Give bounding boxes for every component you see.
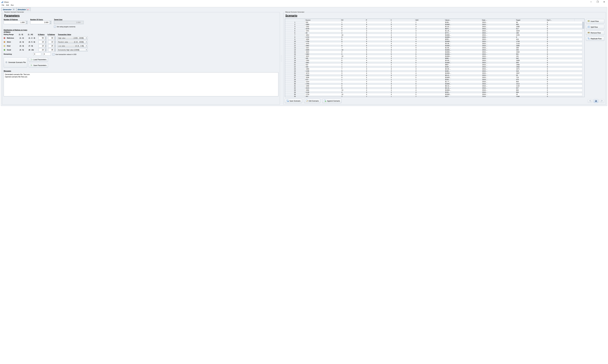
column-header[interactable]: C bbox=[390, 19, 415, 21]
cell-value[interactable]: $1000.... bbox=[444, 45, 481, 47]
spinner-down[interactable]: ▼ bbox=[45, 46, 46, 47]
cell-shc[interactable]: 3 bbox=[415, 91, 444, 93]
cell-target[interactable]: 293 bbox=[515, 49, 546, 51]
table-row[interactable]: 3215158343$3.10....2016:...9270 bbox=[285, 87, 584, 89]
cell-value[interactable]: $1000.... bbox=[444, 24, 481, 26]
cell-target[interactable]: 1132 bbox=[515, 85, 546, 87]
cell-source[interactable]: 1969 bbox=[305, 24, 340, 26]
cell-c[interactable]: 4 bbox=[390, 55, 415, 57]
cell-c[interactable]: 5 bbox=[390, 53, 415, 55]
cell-value[interactable]: $196.... bbox=[444, 21, 481, 24]
tab-simulator[interactable]: Simulator bbox=[16, 8, 31, 11]
cell-date[interactable]: 2016:... bbox=[481, 81, 515, 83]
column-header[interactable]: Source bbox=[305, 19, 340, 21]
table-row[interactable]: 3017849445$1000....2016:...15120 bbox=[285, 83, 584, 85]
cell-target[interactable]: 854 bbox=[515, 81, 546, 83]
cell-target[interactable]: 338 bbox=[515, 47, 546, 49]
cell-c[interactable]: 3 bbox=[390, 38, 415, 40]
cell-date[interactable]: 2015:... bbox=[481, 40, 515, 42]
spinner-down[interactable]: ▼ bbox=[45, 42, 46, 43]
cell-rv[interactable]: 10 bbox=[340, 49, 365, 51]
cell-date[interactable]: 2015:... bbox=[481, 68, 515, 70]
remaining-raters-input[interactable] bbox=[33, 52, 41, 56]
cell-target[interactable]: 570 bbox=[515, 78, 546, 81]
cell-rv[interactable]: 8 bbox=[340, 87, 365, 89]
cell-p[interactable]: 3 bbox=[365, 68, 390, 70]
cell-date[interactable]: 2015:... bbox=[481, 36, 515, 38]
num-ratings-input[interactable] bbox=[4, 21, 26, 24]
cell-rv[interactable]: 10 bbox=[340, 55, 365, 57]
cell-value[interactable]: $967.... bbox=[444, 64, 481, 66]
cell-rv[interactable]: 10 bbox=[340, 89, 365, 91]
column-header[interactable]: Op-C... bbox=[546, 19, 574, 21]
table-row[interactable]: 33199610444$1000....2016:...8630 bbox=[285, 89, 584, 91]
cell-opc[interactable]: 0 bbox=[546, 66, 574, 68]
spinner-down[interactable]: ▼ bbox=[54, 46, 56, 47]
cell-c[interactable]: 4 bbox=[390, 68, 415, 70]
cell-source[interactable]: 1078 bbox=[305, 28, 340, 30]
cell-rv[interactable]: 7 bbox=[340, 42, 365, 45]
cell-c[interactable]: 2 bbox=[390, 91, 415, 93]
cell-source[interactable]: 1853 bbox=[305, 34, 340, 36]
insert-row-button[interactable]: Insert Row bbox=[586, 19, 604, 24]
spinner-up[interactable]: ▲ bbox=[50, 21, 51, 23]
cell-target[interactable]: 60 bbox=[515, 21, 546, 24]
cell-opc[interactable]: 0 bbox=[546, 74, 574, 77]
pct-raters-spinner[interactable]: ▲▼ bbox=[39, 37, 46, 39]
replicate-row-button[interactable]: Replicate Row bbox=[586, 37, 604, 41]
cell-shc[interactable]: 4 bbox=[415, 51, 444, 53]
cell-p[interactable]: 5 bbox=[365, 77, 390, 78]
menu-run[interactable]: Run bbox=[10, 4, 14, 6]
save-disk-button[interactable] bbox=[594, 99, 598, 103]
cell-target[interactable]: 951 bbox=[515, 53, 546, 55]
spinner-up[interactable]: ▲ bbox=[45, 49, 46, 50]
spinner-down[interactable]: ▼ bbox=[45, 50, 46, 51]
edit-scenario-button[interactable]: Edit Scenario bbox=[304, 99, 320, 103]
use-usd-checkbox[interactable]: ✓ bbox=[52, 53, 54, 55]
cell-shc[interactable]: 4 bbox=[415, 72, 444, 74]
cell-opc[interactable]: 0 bbox=[546, 91, 574, 93]
cell-source[interactable]: 1996 bbox=[305, 89, 340, 91]
maximize-button[interactable]: ❐ bbox=[595, 0, 599, 3]
cell-opc[interactable]: 0 bbox=[546, 93, 574, 95]
cell-rv[interactable]: 9 bbox=[340, 51, 365, 53]
cell-value[interactable]: $1.02.... bbox=[444, 26, 481, 28]
cell-p[interactable]: 2 bbox=[365, 95, 390, 97]
cell-shc[interactable]: 3 bbox=[415, 81, 444, 83]
table-row[interactable]: 410785222$675....2015:...5170 bbox=[285, 28, 584, 30]
cell-value[interactable]: $0.10.... bbox=[444, 85, 481, 87]
cell-date[interactable]: 2015:... bbox=[481, 47, 515, 49]
cell-source[interactable]: 1822 bbox=[305, 51, 340, 53]
cell-target[interactable]: 1743 bbox=[515, 40, 546, 42]
cell-source[interactable]: 1431 bbox=[305, 30, 340, 32]
cell-date[interactable]: 2016:... bbox=[481, 78, 515, 81]
spinner-down[interactable]: ▼ bbox=[45, 38, 46, 39]
table-row[interactable]: 17182210445$1000....2015:...1810 bbox=[285, 55, 584, 57]
cell-date[interactable]: 2015:... bbox=[481, 51, 515, 53]
cell-p[interactable]: 4 bbox=[365, 24, 390, 26]
cell-value[interactable]: $150.... bbox=[444, 91, 481, 93]
cell-c[interactable]: 4 bbox=[390, 83, 415, 85]
table-row[interactable]: 910586333$255....2015:...4160 bbox=[285, 38, 584, 40]
cell-value[interactable]: $1.25.... bbox=[444, 30, 481, 32]
table-row[interactable]: 817229544$1000....2015:...00 bbox=[285, 36, 584, 38]
cell-c[interactable]: 3 bbox=[390, 81, 415, 83]
splitter[interactable] bbox=[281, 12, 282, 105]
cell-rv[interactable]: 1 bbox=[340, 64, 365, 66]
cell-target[interactable]: 542 bbox=[515, 57, 546, 59]
cell-opc[interactable]: 0 bbox=[546, 36, 574, 38]
cell-rv[interactable]: 8 bbox=[340, 74, 365, 77]
cell-source[interactable]: 1674 bbox=[305, 72, 340, 74]
cell-date[interactable]: 2015:... bbox=[481, 64, 515, 66]
cell-date[interactable]: 2015:... bbox=[481, 32, 515, 34]
table-row[interactable]: 1619829455$1000....2015:...9510 bbox=[285, 53, 584, 55]
transaction-value-select[interactable]: Low value ─────────[0.1$ , 3.9$]▼ bbox=[57, 44, 88, 47]
cell-source[interactable]: 1515 bbox=[305, 87, 340, 89]
cell-opc[interactable]: 0 bbox=[546, 26, 574, 28]
cell-source[interactable]: 822 bbox=[305, 64, 340, 66]
column-header[interactable] bbox=[285, 19, 305, 21]
cell-rv[interactable]: 1 bbox=[340, 78, 365, 81]
table-row[interactable]: 2411965222$168....2015:...3180 bbox=[285, 70, 584, 72]
cell-target[interactable]: 1090 bbox=[515, 26, 546, 28]
cell-date[interactable]: 2015:... bbox=[481, 74, 515, 77]
